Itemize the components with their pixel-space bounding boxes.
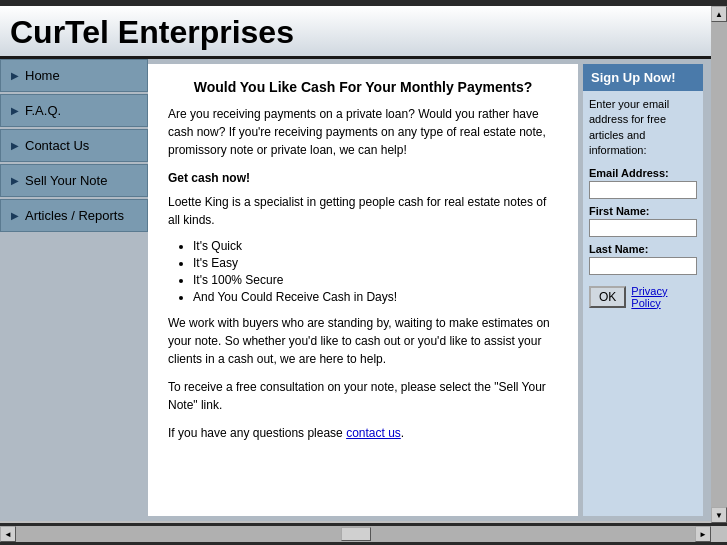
- main-heading: Would You Like Cash For Your Monthly Pay…: [168, 79, 558, 95]
- scrollbar-bottom: ◄ ►: [0, 526, 711, 542]
- scroll-track: [711, 22, 727, 507]
- specialist-text: Loette King is a specialist in getting p…: [168, 193, 558, 229]
- list-item: It's Quick: [193, 239, 558, 253]
- main-content: Would You Like Cash For Your Monthly Pay…: [148, 64, 578, 516]
- questions-post: .: [401, 426, 404, 440]
- arrow-icon: ▶: [11, 70, 19, 81]
- hscroll-track: [16, 526, 695, 542]
- consult-paragraph: To receive a free consultation on your n…: [168, 378, 558, 414]
- sidebar-label-faq: F.A.Q.: [25, 103, 61, 118]
- main-layout: ▶ Home ▶ F.A.Q. ▶ Contact Us ▶ Sell Your…: [0, 59, 727, 521]
- sidebar-label-sell: Sell Your Note: [25, 173, 107, 188]
- scrollbar-right: ▲ ▼: [711, 6, 727, 523]
- sidebar-item-home[interactable]: ▶ Home: [0, 59, 148, 92]
- questions-paragraph: If you have any questions please contact…: [168, 424, 558, 442]
- firstname-label: First Name:: [589, 205, 697, 217]
- sidebar-label-home: Home: [25, 68, 60, 83]
- signup-body: Enter your email address for free articl…: [583, 97, 703, 315]
- signup-panel: Sign Up Now! Enter your email address fo…: [583, 64, 703, 516]
- ok-row: OK Privacy Policy: [589, 285, 697, 309]
- sidebar-item-sell[interactable]: ▶ Sell Your Note: [0, 164, 148, 197]
- email-input[interactable]: [589, 181, 697, 199]
- sidebar-label-contact: Contact Us: [25, 138, 89, 153]
- header: CurTel Enterprises: [0, 6, 727, 59]
- sidebar-item-articles[interactable]: ▶ Articles / Reports: [0, 199, 148, 232]
- list-item: And You Could Receive Cash in Days!: [193, 290, 558, 304]
- arrow-icon: ▶: [11, 210, 19, 221]
- list-item: It's Easy: [193, 256, 558, 270]
- sidebar-item-contact[interactable]: ▶ Contact Us: [0, 129, 148, 162]
- questions-pre: If you have any questions please: [168, 426, 346, 440]
- contact-us-link[interactable]: contact us: [346, 426, 401, 440]
- list-item: It's 100% Secure: [193, 273, 558, 287]
- scroll-right-button[interactable]: ►: [695, 526, 711, 542]
- site-title: CurTel Enterprises: [10, 14, 717, 51]
- arrow-icon: ▶: [11, 175, 19, 186]
- firstname-input[interactable]: [589, 219, 697, 237]
- bottom-bar: ◄ ►: [0, 523, 727, 545]
- body-paragraph: We work with buyers who are standing by,…: [168, 314, 558, 368]
- ok-button[interactable]: OK: [589, 286, 626, 308]
- intro-paragraph: Are you receiving payments on a private …: [168, 105, 558, 159]
- arrow-icon: ▶: [11, 105, 19, 116]
- lastname-input[interactable]: [589, 257, 697, 275]
- arrow-icon: ▶: [11, 140, 19, 151]
- sidebar: ▶ Home ▶ F.A.Q. ▶ Contact Us ▶ Sell Your…: [0, 59, 148, 521]
- sidebar-label-articles: Articles / Reports: [25, 208, 124, 223]
- scroll-left-button[interactable]: ◄: [0, 526, 16, 542]
- signup-description: Enter your email address for free articl…: [589, 97, 697, 159]
- lastname-label: Last Name:: [589, 243, 697, 255]
- privacy-policy-link[interactable]: Privacy Policy: [631, 285, 697, 309]
- scrollbar-corner: [711, 526, 727, 542]
- scroll-up-button[interactable]: ▲: [711, 6, 727, 22]
- hscroll-thumb[interactable]: [341, 527, 371, 541]
- sidebar-item-faq[interactable]: ▶ F.A.Q.: [0, 94, 148, 127]
- email-label: Email Address:: [589, 167, 697, 179]
- bullet-list: It's Quick It's Easy It's 100% Secure An…: [193, 239, 558, 304]
- scroll-down-button[interactable]: ▼: [711, 507, 727, 523]
- signup-header: Sign Up Now!: [583, 64, 703, 91]
- get-cash-label: Get cash now!: [168, 169, 558, 187]
